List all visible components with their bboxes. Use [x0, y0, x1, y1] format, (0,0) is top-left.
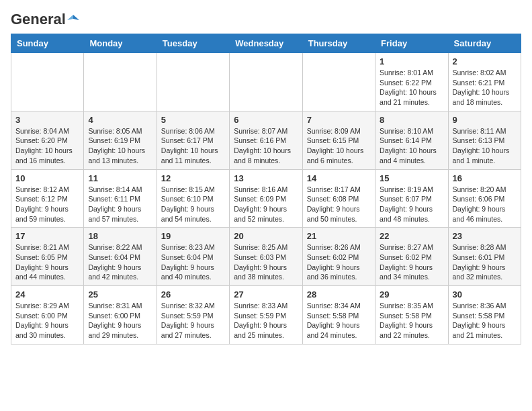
calendar-cell [157, 53, 229, 111]
calendar-cell: 12Sunrise: 8:15 AM Sunset: 6:10 PM Dayli… [157, 169, 229, 228]
day-number: 27 [234, 289, 298, 300]
day-number: 1 [380, 56, 443, 66]
calendar-cell: 29Sunrise: 8:35 AM Sunset: 5:58 PM Dayli… [375, 286, 448, 345]
day-number: 19 [161, 231, 225, 241]
calendar-cell: 30Sunrise: 8:36 AM Sunset: 5:58 PM Dayli… [448, 286, 521, 345]
calendar-cell: 15Sunrise: 8:19 AM Sunset: 6:07 PM Dayli… [375, 169, 448, 228]
page-header: General [11, 11, 521, 26]
calendar-cell: 4Sunrise: 8:05 AM Sunset: 6:19 PM Daylig… [84, 111, 157, 169]
day-number: 15 [380, 173, 443, 183]
day-number: 5 [161, 115, 225, 125]
calendar-cell: 24Sunrise: 8:29 AM Sunset: 6:00 PM Dayli… [11, 286, 84, 345]
day-info: Sunrise: 8:10 AM Sunset: 6:14 PM Dayligh… [380, 126, 443, 166]
calendar-cell: 5Sunrise: 8:06 AM Sunset: 6:17 PM Daylig… [157, 111, 229, 169]
calendar-cell: 11Sunrise: 8:14 AM Sunset: 6:11 PM Dayli… [84, 169, 157, 228]
calendar-cell: 17Sunrise: 8:21 AM Sunset: 6:05 PM Dayli… [11, 228, 84, 286]
calendar-cell: 16Sunrise: 8:20 AM Sunset: 6:06 PM Dayli… [448, 169, 521, 228]
calendar-cell: 26Sunrise: 8:32 AM Sunset: 5:59 PM Dayli… [157, 286, 229, 345]
day-number: 18 [88, 231, 152, 241]
day-of-week-header: Wednesday [230, 34, 302, 53]
day-number: 17 [15, 231, 79, 241]
day-number: 12 [161, 173, 225, 183]
calendar-cell: 27Sunrise: 8:33 AM Sunset: 5:59 PM Dayli… [230, 286, 302, 345]
svg-marker-1 [67, 15, 73, 20]
day-info: Sunrise: 8:33 AM Sunset: 5:59 PM Dayligh… [234, 301, 298, 340]
calendar-cell: 6Sunrise: 8:07 AM Sunset: 6:16 PM Daylig… [230, 111, 302, 169]
day-info: Sunrise: 8:17 AM Sunset: 6:08 PM Dayligh… [307, 185, 371, 224]
day-info: Sunrise: 8:29 AM Sunset: 6:00 PM Dayligh… [15, 301, 79, 340]
day-info: Sunrise: 8:12 AM Sunset: 6:12 PM Dayligh… [15, 185, 79, 224]
calendar-week-row: 17Sunrise: 8:21 AM Sunset: 6:05 PM Dayli… [11, 228, 521, 286]
logo-bird-icon [67, 13, 79, 26]
day-number: 7 [307, 115, 371, 125]
day-info: Sunrise: 8:23 AM Sunset: 6:04 PM Dayligh… [161, 242, 225, 282]
calendar-cell: 23Sunrise: 8:28 AM Sunset: 6:01 PM Dayli… [448, 228, 521, 286]
day-info: Sunrise: 8:26 AM Sunset: 6:02 PM Dayligh… [307, 242, 371, 282]
day-number: 9 [453, 115, 517, 125]
day-number: 2 [453, 56, 517, 66]
day-info: Sunrise: 8:04 AM Sunset: 6:20 PM Dayligh… [15, 126, 79, 166]
day-number: 21 [307, 231, 371, 241]
calendar-cell: 22Sunrise: 8:27 AM Sunset: 6:02 PM Dayli… [375, 228, 448, 286]
day-number: 11 [88, 173, 152, 183]
calendar-header-row: SundayMondayTuesdayWednesdayThursdayFrid… [11, 34, 521, 53]
day-info: Sunrise: 8:20 AM Sunset: 6:06 PM Dayligh… [453, 185, 517, 224]
day-info: Sunrise: 8:21 AM Sunset: 6:05 PM Dayligh… [15, 242, 79, 282]
day-number: 26 [161, 289, 225, 300]
calendar-cell: 20Sunrise: 8:25 AM Sunset: 6:03 PM Dayli… [230, 228, 302, 286]
calendar-week-row: 10Sunrise: 8:12 AM Sunset: 6:12 PM Dayli… [11, 169, 521, 228]
day-number: 3 [15, 115, 79, 125]
day-number: 14 [307, 173, 371, 183]
day-info: Sunrise: 8:34 AM Sunset: 5:58 PM Dayligh… [307, 301, 371, 340]
calendar-week-row: 24Sunrise: 8:29 AM Sunset: 6:00 PM Dayli… [11, 286, 521, 345]
day-number: 28 [307, 289, 371, 300]
calendar-cell: 25Sunrise: 8:31 AM Sunset: 6:00 PM Dayli… [84, 286, 157, 345]
day-number: 20 [234, 231, 298, 241]
day-info: Sunrise: 8:35 AM Sunset: 5:58 PM Dayligh… [380, 301, 443, 340]
calendar-cell: 1Sunrise: 8:01 AM Sunset: 6:22 PM Daylig… [375, 53, 448, 111]
day-info: Sunrise: 8:22 AM Sunset: 6:04 PM Dayligh… [88, 242, 152, 282]
day-number: 4 [88, 115, 152, 125]
day-info: Sunrise: 8:32 AM Sunset: 5:59 PM Dayligh… [161, 301, 225, 340]
calendar-table: SundayMondayTuesdayWednesdayThursdayFrid… [11, 34, 521, 345]
logo: General [11, 11, 79, 26]
calendar-cell: 9Sunrise: 8:11 AM Sunset: 6:13 PM Daylig… [448, 111, 521, 169]
logo-general: General [11, 11, 66, 28]
day-info: Sunrise: 8:09 AM Sunset: 6:15 PM Dayligh… [307, 126, 371, 166]
day-info: Sunrise: 8:05 AM Sunset: 6:19 PM Dayligh… [88, 126, 152, 166]
calendar-cell: 18Sunrise: 8:22 AM Sunset: 6:04 PM Dayli… [84, 228, 157, 286]
day-number: 29 [380, 289, 443, 300]
calendar-cell: 2Sunrise: 8:02 AM Sunset: 6:21 PM Daylig… [448, 53, 521, 111]
calendar-cell [11, 53, 84, 111]
calendar-cell: 7Sunrise: 8:09 AM Sunset: 6:15 PM Daylig… [302, 111, 375, 169]
calendar-cell: 14Sunrise: 8:17 AM Sunset: 6:08 PM Dayli… [302, 169, 375, 228]
calendar-week-row: 1Sunrise: 8:01 AM Sunset: 6:22 PM Daylig… [11, 53, 521, 111]
day-info: Sunrise: 8:15 AM Sunset: 6:10 PM Dayligh… [161, 185, 225, 224]
day-number: 8 [380, 115, 443, 125]
day-of-week-header: Friday [375, 34, 448, 53]
svg-marker-0 [73, 15, 79, 20]
day-number: 6 [234, 115, 298, 125]
day-of-week-header: Tuesday [157, 34, 229, 53]
day-number: 22 [380, 231, 443, 241]
calendar-cell: 8Sunrise: 8:10 AM Sunset: 6:14 PM Daylig… [375, 111, 448, 169]
calendar-week-row: 3Sunrise: 8:04 AM Sunset: 6:20 PM Daylig… [11, 111, 521, 169]
day-number: 30 [453, 289, 517, 300]
calendar-cell [302, 53, 375, 111]
day-of-week-header: Monday [84, 34, 157, 53]
day-number: 23 [453, 231, 517, 241]
day-info: Sunrise: 8:14 AM Sunset: 6:11 PM Dayligh… [88, 185, 152, 224]
calendar-cell [230, 53, 302, 111]
calendar-cell: 13Sunrise: 8:16 AM Sunset: 6:09 PM Dayli… [230, 169, 302, 228]
day-info: Sunrise: 8:16 AM Sunset: 6:09 PM Dayligh… [234, 185, 298, 224]
day-info: Sunrise: 8:07 AM Sunset: 6:16 PM Dayligh… [234, 126, 298, 166]
calendar-cell: 3Sunrise: 8:04 AM Sunset: 6:20 PM Daylig… [11, 111, 84, 169]
day-info: Sunrise: 8:19 AM Sunset: 6:07 PM Dayligh… [380, 185, 443, 224]
day-info: Sunrise: 8:11 AM Sunset: 6:13 PM Dayligh… [453, 126, 517, 166]
calendar-cell: 10Sunrise: 8:12 AM Sunset: 6:12 PM Dayli… [11, 169, 84, 228]
day-info: Sunrise: 8:27 AM Sunset: 6:02 PM Dayligh… [380, 242, 443, 282]
day-of-week-header: Saturday [448, 34, 521, 53]
day-info: Sunrise: 8:31 AM Sunset: 6:00 PM Dayligh… [88, 301, 152, 340]
day-number: 24 [15, 289, 79, 300]
day-number: 10 [15, 173, 79, 183]
